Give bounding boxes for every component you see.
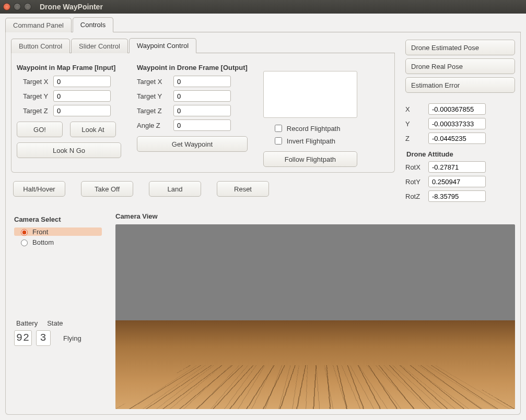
battery-lcd: 92	[14, 330, 32, 346]
pose-y-value[interactable]	[428, 118, 486, 129]
titlebar: Drone WayPointer	[0, 0, 526, 14]
out-target-x-input[interactable]	[173, 76, 231, 87]
rotx-value[interactable]	[428, 161, 486, 173]
target-z-label: Target Z	[17, 107, 53, 115]
pose-panel: Drone Estimated Pose Drone Real Pose Est…	[405, 40, 515, 205]
go-button[interactable]: GO!	[17, 122, 63, 137]
land-button[interactable]: Land	[149, 181, 201, 197]
look-at-button[interactable]: Look At	[70, 122, 116, 137]
target-y-input[interactable]	[53, 90, 111, 102]
status-labels: Battery State	[14, 319, 102, 327]
rotz-label: RotZ	[405, 193, 428, 200]
outer-tab-row: Command Panel Controls	[5, 17, 521, 32]
upper-content: Button Control Slider Control Waypoint C…	[11, 38, 515, 205]
drone-real-pose-button[interactable]: Drone Real Pose	[405, 58, 515, 74]
pose-z-value[interactable]	[428, 133, 486, 144]
camera-front-radio[interactable]	[21, 229, 28, 236]
estimation-error-button[interactable]: Estimation Error	[405, 77, 515, 93]
pose-x-label: X	[405, 105, 428, 113]
target-x-input[interactable]	[53, 76, 111, 87]
pose-y-label: Y	[405, 120, 428, 128]
invert-flightpath-checkbox[interactable]	[275, 137, 282, 145]
out-target-z-input[interactable]	[173, 105, 231, 116]
pose-z-label: Z	[405, 135, 428, 142]
waypoint-pane: Waypoint in Map Frame [Input] Target X T…	[11, 53, 395, 173]
state-lcd: 3	[36, 330, 51, 346]
waypoint-input-title: Waypoint in Map Frame [Input]	[17, 64, 121, 71]
state-label: State	[47, 319, 63, 327]
camera-front-row[interactable]: Front	[14, 227, 102, 236]
camera-front-label: Front	[32, 228, 48, 236]
get-waypoint-button[interactable]: Get Waypoint	[137, 136, 248, 152]
battery-label: Battery	[16, 319, 38, 327]
drone-estimated-pose-button[interactable]: Drone Estimated Pose	[405, 40, 515, 55]
pose-x-value[interactable]	[428, 103, 486, 115]
camera-select-title: Camera Select	[14, 215, 102, 223]
rotz-value[interactable]	[428, 190, 486, 202]
camera-view-floor	[115, 320, 515, 409]
minimize-icon[interactable]	[14, 3, 21, 10]
action-button-row: Halt/Hover Take Off Land Reset	[13, 181, 393, 197]
window-title: Drone WayPointer	[40, 3, 103, 11]
maximize-icon[interactable]	[24, 3, 31, 10]
camera-bottom-radio[interactable]	[21, 239, 28, 246]
state-text: Flying	[63, 334, 81, 342]
camera-view-wrap: Camera View	[115, 210, 515, 409]
camera-bottom-label: Bottom	[32, 238, 54, 246]
camera-select-panel: Camera Select Front Bottom Battery State	[11, 210, 105, 409]
invert-flightpath-label: Invert Flightpath	[287, 137, 335, 145]
out-target-y-label: Target Y	[137, 92, 173, 100]
out-angle-z-label: Angle Z	[137, 122, 173, 129]
tab-button-control[interactable]: Button Control	[11, 39, 70, 53]
drone-attitude-title: Drone Attitude	[406, 150, 515, 158]
lower-row: Camera Select Front Bottom Battery State	[11, 210, 515, 409]
camera-view-title: Camera View	[115, 212, 515, 220]
flightpath-col: Record Flightpath Invert Flightpath Foll…	[263, 62, 357, 167]
roty-value[interactable]	[428, 176, 486, 187]
rotx-label: RotX	[405, 163, 428, 171]
close-icon[interactable]	[3, 3, 10, 10]
flightpath-preview	[263, 71, 357, 118]
target-x-label: Target X	[17, 78, 53, 86]
tab-command-panel[interactable]: Command Panel	[5, 18, 72, 32]
waypoint-output-title: Waypoint in Drone Frame [Output]	[137, 64, 248, 71]
waypoint-input-col: Waypoint in Map Frame [Input] Target X T…	[17, 62, 121, 167]
reset-button[interactable]: Reset	[217, 181, 269, 197]
record-flightpath-label: Record Flightpath	[287, 125, 341, 133]
look-n-go-button[interactable]: Look N Go	[17, 142, 121, 158]
follow-flightpath-button[interactable]: Follow Flightpath	[263, 151, 357, 167]
roty-label: RotY	[405, 178, 428, 186]
out-target-z-label: Target Z	[137, 107, 173, 115]
camera-view	[115, 224, 515, 409]
out-target-y-input[interactable]	[173, 90, 231, 102]
record-flightpath-checkbox[interactable]	[275, 125, 282, 132]
waypoint-output-col: Waypoint in Drone Frame [Output] Target …	[137, 62, 248, 167]
target-y-label: Target Y	[17, 92, 53, 100]
tab-slider-control[interactable]: Slider Control	[71, 39, 128, 53]
target-z-input[interactable]	[53, 105, 111, 116]
inner-tab-row: Button Control Slider Control Waypoint C…	[11, 38, 395, 53]
out-target-x-label: Target X	[137, 78, 173, 86]
halt-hover-button[interactable]: Halt/Hover	[13, 181, 65, 197]
out-angle-z-input[interactable]	[173, 119, 231, 131]
left-area: Button Control Slider Control Waypoint C…	[11, 38, 395, 205]
status-row: 92 3 Flying	[14, 330, 102, 346]
tab-controls[interactable]: Controls	[73, 17, 113, 32]
take-off-button[interactable]: Take Off	[81, 181, 133, 197]
camera-bottom-row[interactable]: Bottom	[14, 238, 102, 246]
client-area: Command Panel Controls Button Control Sl…	[0, 14, 526, 420]
controls-pane: Button Control Slider Control Waypoint C…	[5, 32, 521, 415]
app-window: Drone WayPointer Command Panel Controls …	[0, 0, 526, 420]
tab-waypoint-control[interactable]: Waypoint Control	[129, 38, 196, 53]
